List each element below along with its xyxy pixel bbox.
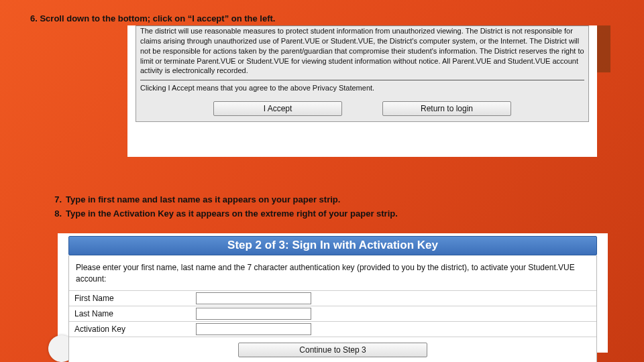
step-7-number: 7. (47, 193, 62, 207)
privacy-text: The district will use reasonable measure… (140, 26, 584, 76)
steps-7-8: 7. Type in first name and last name as i… (47, 193, 398, 221)
continue-button-row: Continue to Step 3 (69, 337, 596, 362)
step-8-text: Type in the Activation Key as it appears… (66, 207, 398, 221)
activation-key-label: Activation Key (69, 321, 191, 337)
slide: 6. Scroll down to the bottom; click on “… (0, 0, 644, 362)
activation-form-table: First Name Last Name Activation Key (69, 290, 596, 337)
activation-form-box: Please enter your first name, last name … (68, 255, 597, 362)
divider (140, 80, 584, 80)
privacy-box: The district will use reasonable measure… (136, 25, 589, 97)
step-6-instruction: 6. Scroll down to the bottom; click on “… (30, 13, 275, 23)
first-name-label: First Name (69, 290, 191, 306)
first-name-row: First Name (69, 290, 596, 306)
privacy-agree-line: Clicking I Accept means that you agree t… (140, 83, 584, 93)
privacy-button-row: I Accept Return to login (136, 97, 589, 122)
return-to-login-button[interactable]: Return to login (382, 101, 511, 116)
privacy-panel: The district will use reasonable measure… (127, 25, 597, 157)
activation-key-field[interactable] (196, 323, 311, 335)
first-name-field[interactable] (196, 292, 311, 304)
i-accept-button[interactable]: I Accept (213, 101, 342, 116)
step-8-number: 8. (47, 207, 62, 221)
activation-header: Step 2 of 3: Sign In with Activation Key (68, 236, 597, 255)
continue-to-step-3-button[interactable]: Continue to Step 3 (238, 343, 427, 357)
last-name-field[interactable] (196, 308, 311, 320)
last-name-row: Last Name (69, 306, 596, 321)
step-7-text: Type in first name and last name as it a… (66, 193, 340, 207)
activation-intro: Please enter your first name, last name … (69, 255, 596, 290)
activation-key-row: Activation Key (69, 321, 596, 337)
activation-panel: Step 2 of 3: Sign In with Activation Key… (58, 233, 608, 353)
last-name-label: Last Name (69, 306, 191, 321)
